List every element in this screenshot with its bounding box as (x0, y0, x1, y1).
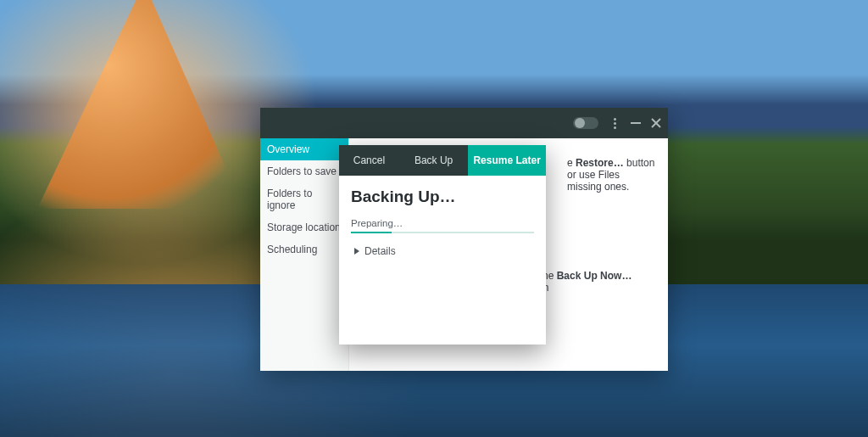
menu-kebab-icon[interactable] (609, 115, 620, 131)
sidebar-item-folders-to-ignore[interactable]: Folders to ignore (260, 182, 348, 216)
backup-progress-fill (351, 232, 392, 233)
dialog-titlebar: Cancel Back Up Resume Later (339, 145, 546, 176)
dialog-title: Backing Up… (351, 188, 534, 206)
resume-later-button[interactable]: Resume Later (468, 145, 546, 176)
sidebar-item-folders-to-save[interactable]: Folders to save (260, 160, 348, 182)
sidebar-item-overview[interactable]: Overview (260, 138, 348, 160)
backup-status-text: Preparing… (351, 218, 534, 228)
details-label: Details (364, 245, 396, 257)
settings-sidebar: Overview Folders to save Folders to igno… (260, 138, 349, 371)
overview-hint-restore: e Restore… button or use Files missing o… (567, 157, 656, 193)
backup-button[interactable]: Back Up (399, 145, 468, 176)
chevron-right-icon (354, 248, 359, 255)
close-icon[interactable] (651, 118, 661, 128)
wallpaper-mountain (25, 0, 263, 221)
cancel-button[interactable]: Cancel (339, 145, 399, 176)
minimize-icon[interactable] (631, 122, 641, 124)
backup-progress-dialog: Cancel Back Up Resume Later Backing Up… … (339, 145, 546, 345)
sidebar-item-scheduling[interactable]: Scheduling (260, 238, 348, 261)
backup-progress-bar (351, 232, 534, 233)
sidebar-item-storage-location[interactable]: Storage location (260, 216, 348, 238)
details-expander[interactable]: Details (351, 244, 534, 259)
window-titlebar (260, 108, 668, 138)
backup-enable-toggle[interactable] (573, 117, 598, 129)
